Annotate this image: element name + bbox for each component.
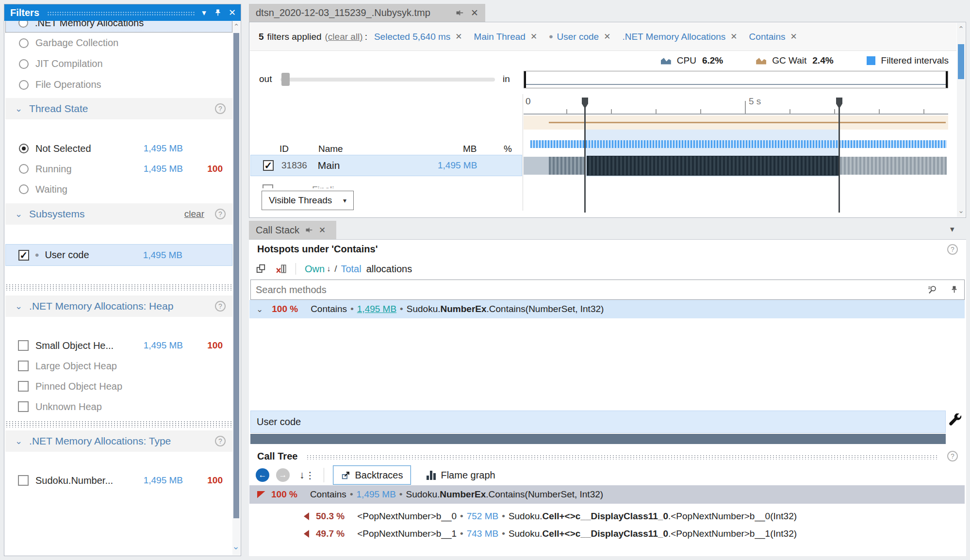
gc-wait-band[interactable] xyxy=(524,115,948,130)
type-row-sudoku-number[interactable]: Sudoku.Number... 1,495 MB 100 xyxy=(5,470,232,491)
selection-marker-right[interactable] xyxy=(838,98,840,213)
search-methods-box[interactable] xyxy=(250,280,965,300)
zoom-slider[interactable] xyxy=(280,78,495,82)
checkbox-icon[interactable] xyxy=(263,184,273,188)
radio-selected-icon[interactable] xyxy=(19,144,29,153)
radio-icon[interactable] xyxy=(19,59,29,69)
chevron-expand-icon[interactable]: ⌄ xyxy=(15,301,22,312)
range-handle-left[interactable] xyxy=(524,71,526,88)
call-tree-row-child[interactable]: 50.3 % <PopNextNumber>b__0 • 752 MB • Su… xyxy=(249,508,965,525)
remove-filter-columns-icon[interactable] xyxy=(275,264,287,274)
thread-state-row-waiting[interactable]: Waiting xyxy=(5,179,232,199)
help-icon[interactable]: ? xyxy=(947,451,958,461)
pin-icon[interactable] xyxy=(214,9,222,16)
radio-icon[interactable] xyxy=(18,21,28,28)
chip-close-icon[interactable]: ✕ xyxy=(790,32,797,42)
scrollbar-thumb[interactable] xyxy=(958,44,964,79)
section-heap-header[interactable]: ⌄ .NET Memory Allocations: Heap ? xyxy=(5,296,232,317)
chevron-expand-icon[interactable]: ⌄ xyxy=(15,103,22,114)
section-thread-state-header[interactable]: ⌄ Thread State ? xyxy=(5,98,232,119)
hotspot-mb-link[interactable]: 1,495 MB xyxy=(357,304,396,314)
heap-row-large-object[interactable]: Large Object Heap xyxy=(5,356,232,376)
pin-icon[interactable] xyxy=(305,226,313,234)
radio-icon[interactable] xyxy=(19,80,29,90)
selection-marker-left[interactable] xyxy=(584,98,586,213)
range-overview[interactable] xyxy=(524,71,948,88)
scroll-down-icon[interactable]: ⌄ xyxy=(957,206,965,215)
chip-close-icon[interactable]: ✕ xyxy=(730,32,737,42)
filter-item-garbage-collection[interactable]: Garbage Collection xyxy=(5,33,232,53)
close-icon[interactable]: ✕ xyxy=(229,7,236,18)
call-stack-tab[interactable]: Call Stack ✕ xyxy=(249,221,336,239)
document-tab[interactable]: dtsn_2020-12-03_115239_.Nubysyk.tmp ✕ xyxy=(249,4,485,22)
range-handle-right[interactable] xyxy=(946,71,948,88)
forward-button[interactable]: → xyxy=(276,468,290,482)
close-icon[interactable]: ✕ xyxy=(319,225,326,235)
filter-item-file-operations[interactable]: File Operations xyxy=(5,74,232,95)
heap-row-pinned-object[interactable]: Pinned Object Heap xyxy=(5,376,232,396)
zoom-slider-thumb[interactable] xyxy=(281,73,290,86)
wrench-icon[interactable] xyxy=(949,413,962,427)
expand-hotspots-icon[interactable] xyxy=(256,264,266,274)
checkbox-icon[interactable] xyxy=(18,381,29,392)
scroll-up-icon[interactable]: ⌃ xyxy=(232,22,240,31)
filter-item-jit-compilation[interactable]: JIT Compilation xyxy=(5,53,232,74)
filter-item-net-memory-allocations[interactable]: .NET Memory Allocations xyxy=(5,21,232,33)
checkbox-icon[interactable] xyxy=(18,475,29,486)
hotspot-row[interactable]: ⌄ 100 % Contains • 1,495 MB • Sudoku.Num… xyxy=(249,300,965,318)
radio-icon[interactable] xyxy=(19,184,29,194)
row-expand-chevron-icon[interactable]: ⌄ xyxy=(256,304,263,314)
filter-chip-selected-time[interactable]: Selected 5,640 ms xyxy=(374,32,450,42)
panel-menu-chevron-icon[interactable]: ▾ xyxy=(950,224,954,234)
checkbox-icon[interactable] xyxy=(18,361,29,371)
sidebar-scrollbar[interactable]: ⌃ xyxy=(232,21,240,555)
window-menu-chevron-icon[interactable]: ▾ xyxy=(202,8,206,18)
close-icon[interactable]: ✕ xyxy=(471,7,478,18)
pin-icon[interactable] xyxy=(456,9,464,17)
own-sort-link[interactable]: Own xyxy=(305,264,325,275)
heap-row-small-object[interactable]: Small Object He... 1,495 MB 100 xyxy=(5,335,232,356)
pin-icon[interactable] xyxy=(950,285,958,294)
radio-icon[interactable] xyxy=(19,38,29,48)
chip-close-icon[interactable]: ✕ xyxy=(604,32,610,42)
total-sort-link[interactable]: Total xyxy=(341,264,361,275)
scrollbar-thumb[interactable] xyxy=(233,33,239,518)
filter-chip-main-thread[interactable]: Main Thread xyxy=(474,32,526,42)
clear-all-link[interactable]: (clear all) xyxy=(325,32,363,42)
filter-chip-user-code[interactable]: User code xyxy=(557,32,599,42)
checkbox-checked-icon[interactable]: ✓ xyxy=(263,160,274,171)
search-methods-input[interactable] xyxy=(256,282,925,297)
help-icon[interactable]: ? xyxy=(215,301,226,312)
help-icon[interactable]: ? xyxy=(215,103,226,114)
help-icon[interactable]: ? xyxy=(947,244,958,255)
help-icon[interactable]: ? xyxy=(215,209,226,219)
timeline-scrollbar[interactable]: ⌃ ⌄ xyxy=(957,23,965,217)
chip-close-icon[interactable]: ✕ xyxy=(455,32,462,42)
thread-row-main[interactable]: ✓ 31836 Main 1,495 MB xyxy=(250,155,522,176)
chevron-expand-icon[interactable]: ⌄ xyxy=(15,436,22,446)
thread-state-row-running[interactable]: Running 1,495 MB 100 xyxy=(5,159,232,179)
section-subsystems-header[interactable]: ⌄ Subsystems clear ? xyxy=(5,203,232,225)
filters-titlebar[interactable]: Filters ▾ ✕ xyxy=(4,4,241,21)
sort-button[interactable]: ↓ ⋮ xyxy=(299,469,315,481)
back-button[interactable]: ← xyxy=(256,468,269,482)
filter-chip-net-memory-allocations[interactable]: .NET Memory Allocations xyxy=(622,32,725,42)
checkbox-icon[interactable] xyxy=(18,401,29,412)
subsystem-row-user-code[interactable]: ✓ • User code 1,495 MB xyxy=(5,244,232,266)
clear-link[interactable]: clear xyxy=(184,209,204,219)
backtraces-button[interactable]: Backtraces xyxy=(333,465,411,485)
radio-icon[interactable] xyxy=(19,164,29,174)
help-icon[interactable]: ? xyxy=(215,436,226,446)
call-tree-row-root[interactable]: 100 % Contains • 1,495 MB • Sudoku.Numbe… xyxy=(249,485,965,504)
thread-state-row-not-selected[interactable]: Not Selected 1,495 MB xyxy=(5,138,232,159)
section-type-header[interactable]: ⌄ .NET Memory Allocations: Type ? xyxy=(5,430,232,452)
visible-threads-button[interactable]: Visible Threads ▾ xyxy=(262,191,354,210)
chip-close-icon[interactable]: ✕ xyxy=(530,32,537,42)
scroll-up-icon[interactable]: ⌃ xyxy=(957,25,965,33)
filter-chip-contains[interactable]: Contains xyxy=(749,32,786,42)
user-code-bar[interactable]: User code xyxy=(250,411,946,433)
thread-row-partial[interactable]: Finali... xyxy=(250,179,522,188)
flame-graph-button[interactable]: Flame graph xyxy=(427,470,495,481)
heap-row-unknown[interactable]: Unknown Heap xyxy=(5,396,232,417)
chevron-expand-icon[interactable]: ⌄ xyxy=(15,209,22,219)
